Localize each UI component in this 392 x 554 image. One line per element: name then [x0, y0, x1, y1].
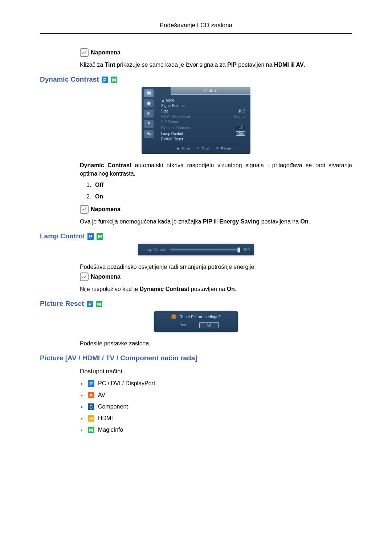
- note-label: Napomena: [91, 274, 121, 280]
- svg-rect-5: [148, 134, 151, 135]
- page-title: Podešavanje LCD zaslona: [40, 22, 352, 29]
- mode-m-icon: M: [88, 427, 94, 433]
- lamp-label: Lamp Control: [142, 247, 166, 252]
- note-icon: [80, 205, 89, 214]
- dynamic-contrast-desc: Dynamic Contrast automatski otkriva rasp…: [80, 161, 352, 178]
- sub-heading-available-modes: Dostupni načini: [80, 368, 352, 375]
- heading-dynamic-contrast: Dynamic Contrast P M: [40, 75, 352, 83]
- osd-move-hint: ◆ Move: [175, 147, 190, 150]
- lamp-slider: [170, 249, 240, 251]
- note-row: Napomena: [80, 272, 352, 281]
- note-icon: [80, 48, 89, 57]
- mode-item-component: ● C Component: [80, 403, 352, 410]
- osd-return-hint: ↺ Return: [215, 147, 231, 150]
- mode-item-av: ● A AV: [80, 392, 352, 398]
- mode-c-icon: C: [88, 403, 94, 410]
- osd-lamp-control-screenshot: Lamp Control 100: [138, 244, 254, 255]
- mode-item-pc: ● P PC / DVI / DisplayPort: [80, 380, 352, 387]
- osd-hdmi-black: HDMI Black Level: Normal: [161, 114, 245, 119]
- mode-m-icon: M: [96, 301, 102, 307]
- lamp-control-desc: Podešava pozadinsko osvjetljenje radi sm…: [80, 263, 352, 271]
- heading-picture-mode: Picture [AV / HDMI / TV / Component nači…: [40, 354, 352, 362]
- mode-item-magicinfo: ● M MagicInfo: [80, 427, 352, 433]
- note-row: Napomena: [80, 205, 352, 214]
- osd-picture-screenshot: Picture ▲ More Signal Balance Size16:9 H…: [142, 87, 250, 154]
- mode-p-icon: P: [88, 380, 94, 387]
- note-label: Napomena: [91, 49, 121, 56]
- osd-setup-icon: [144, 110, 154, 118]
- osd-dynamic-contrast: Dynamic ContrastOff: [161, 125, 245, 131]
- mode-item-hdmi: ● H HDMI: [80, 415, 352, 422]
- mode-m-icon: M: [97, 233, 103, 240]
- heading-lamp-control: Lamp Control P M: [40, 232, 352, 240]
- divider-top: [40, 33, 352, 34]
- reset-no: No: [199, 322, 219, 328]
- osd-footer: ◆ Move ⏎ Enter ↺ Return: [161, 145, 245, 152]
- mode-p-icon: P: [87, 233, 94, 240]
- osd-sound-icon: [144, 99, 154, 107]
- osd-header: Picture: [171, 87, 250, 95]
- lamp-value: 100: [243, 247, 250, 252]
- osd-enter-hint: ⏎ Enter: [195, 147, 209, 150]
- divider-bottom: [40, 448, 352, 448]
- osd-picture-reset: Picture Reset: [161, 136, 245, 142]
- lamp-control-note: Nije raspoloživo kad je Dynamic Contrast…: [80, 285, 352, 293]
- osd-settings-icon: [144, 120, 154, 128]
- mode-p-icon: P: [102, 77, 108, 83]
- osd-pip-picture: PIP Picture: [161, 119, 245, 125]
- note-label: Napomena: [91, 206, 121, 213]
- info-icon: i: [171, 314, 176, 319]
- picture-reset-desc: Podesite postavke zaslona.: [80, 339, 352, 348]
- svg-point-1: [147, 102, 150, 105]
- dynamic-contrast-note: Ova je funkcija onemogućena kada je znač…: [80, 217, 352, 226]
- svg-rect-0: [147, 92, 151, 95]
- svg-point-3: [148, 113, 149, 114]
- osd-lamp-control: Lamp ControlOn: [161, 131, 245, 136]
- lamp-slider-knob: [237, 247, 240, 253]
- reset-yes: Yes: [173, 322, 193, 328]
- osd-more: ▲ More: [161, 98, 245, 103]
- osd-signal-balance: Signal Balance: [161, 103, 245, 108]
- reset-question: Reset Picture settings?: [179, 315, 220, 319]
- mode-a-icon: A: [88, 392, 94, 398]
- osd-sidebar: [142, 87, 156, 154]
- mode-p-icon: P: [87, 301, 93, 307]
- option-off: 1.Off: [86, 182, 352, 188]
- osd-reset-dialog: i Reset Picture settings? Yes No: [154, 311, 238, 332]
- osd-size: Size16:9: [161, 108, 245, 114]
- note-icon: [80, 272, 89, 281]
- osd-multi-icon: [144, 130, 154, 138]
- option-on: 2.On: [86, 193, 352, 200]
- intro-note-text: Klizač za Tint prikazuje se samo kada je…: [80, 61, 352, 69]
- note-row: Napomena: [80, 48, 352, 57]
- osd-picture-icon: [144, 89, 154, 97]
- mode-m-icon: M: [111, 77, 117, 83]
- mode-h-icon: H: [88, 415, 94, 422]
- heading-picture-reset: Picture Reset P M: [40, 300, 352, 308]
